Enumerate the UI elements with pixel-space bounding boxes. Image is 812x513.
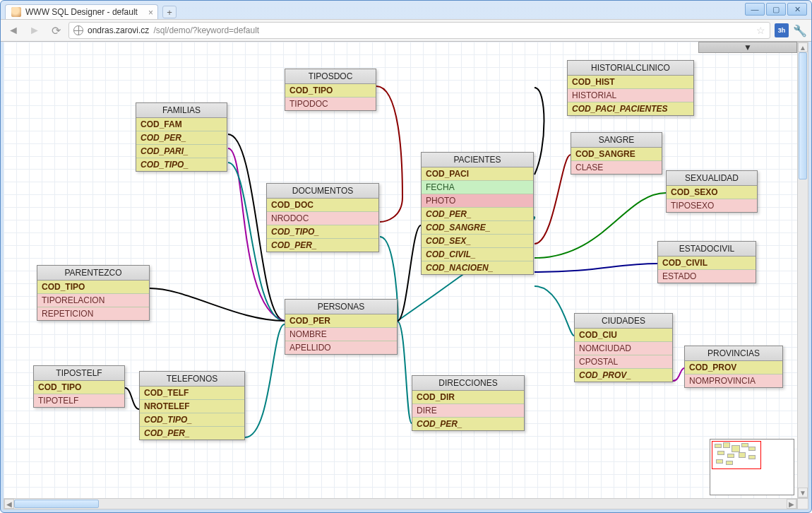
table-title[interactable]: ESTADOCIVIL [658,242,756,256]
table-title[interactable]: TIPOSTELF [34,366,124,381]
table-title[interactable]: PARENTEZCO [37,266,149,281]
table-column[interactable]: COD_TIPO [37,281,149,294]
table-column[interactable]: COD_PER_ [136,131,227,145]
reload-button[interactable]: ⟳ [47,22,64,39]
table-column[interactable]: COD_PER_ [412,418,524,430]
table-column[interactable]: COD_PACI [422,167,533,181]
table-column[interactable]: COD_NACIOEN_ [422,261,533,274]
wrench-menu-icon[interactable]: 🔧 [793,24,807,37]
table-column[interactable]: COD_FAM [136,118,227,131]
table-column[interactable]: PHOTO [422,194,533,208]
table-column[interactable]: TIPOTELF [34,394,124,407]
vertical-scrollbar[interactable]: ▲ ▼ [797,42,808,498]
table-column[interactable]: CLASE [571,161,662,174]
table-tiposdoc[interactable]: TIPOSDOCCOD_TIPOTIPODOC [285,69,376,111]
table-column[interactable]: COD_SEXO [667,186,757,199]
table-column[interactable]: COD_PACI_PACIENTES [568,102,693,115]
table-telefonos[interactable]: TELEFONOSCOD_TELFNROTELEFCOD_TIPO_COD_PE… [139,371,245,440]
maximize-button[interactable]: ▢ [766,3,786,16]
table-column[interactable]: COD_SEX_ [422,235,533,248]
tab-close-icon[interactable]: × [148,8,153,18]
table-column[interactable]: COD_TIPO_ [140,413,244,427]
table-column[interactable]: COD_PROV_ [575,369,672,382]
table-column[interactable]: COD_SANGRE [571,148,662,161]
table-column[interactable]: NOMCIUDAD [575,342,672,355]
table-column[interactable]: COD_TELF [140,387,244,400]
minimap[interactable] [710,439,794,495]
table-column[interactable]: COD_CIVIL_ [422,248,533,261]
table-title[interactable]: SANGRE [571,133,662,148]
forward-button[interactable]: ► [26,22,43,39]
table-column[interactable]: COD_PARI_ [136,145,227,158]
scroll-thumb[interactable] [14,500,99,508]
designer-canvas[interactable]: ▼ TIPOSDOCCOD_TIPOTIPODOCFAMILIASCOD_FAM… [4,42,797,498]
scroll-left-arrow[interactable]: ◀ [4,499,14,509]
table-documentos[interactable]: DOCUMENTOSCOD_DOCNRODOCCOD_TIPO_COD_PER_ [266,183,379,252]
scroll-up-arrow[interactable]: ▲ [798,42,808,52]
table-sexualidad[interactable]: SEXUALIDADCOD_SEXOTIPOSEXO [666,170,758,213]
table-column[interactable]: COD_HIST [568,76,693,89]
table-title[interactable]: PACIENTES [422,153,533,167]
table-column[interactable]: COD_PER_ [140,427,244,440]
table-column[interactable]: COD_TIPO_ [136,158,227,171]
table-tipostelf[interactable]: TIPOSTELFCOD_TIPOTIPOTELF [33,365,125,408]
table-ciudades[interactable]: CIUDADESCOD_CIUNOMCIUDADCPOSTALCOD_PROV_ [574,313,673,382]
address-bar[interactable]: ondras.zarovi.cz/sql/demo/?keyword=defau… [68,22,770,39]
table-column[interactable]: COD_DIR [412,391,524,404]
horizontal-scrollbar[interactable]: ◀ ▶ [4,498,797,509]
bookmark-star-icon[interactable]: ☆ [756,25,765,36]
scroll-thumb[interactable] [799,52,807,179]
scroll-down-arrow[interactable]: ▼ [798,488,808,497]
table-title[interactable]: DOCUMENTOS [267,184,378,199]
new-tab-button[interactable]: + [162,6,177,18]
table-provincias[interactable]: PROVINCIASCOD_PROVNOMPROVINCIA [684,346,783,388]
table-column[interactable]: NOMBRE [285,328,397,341]
table-column[interactable]: ESTADO [658,270,756,283]
table-direcciones[interactable]: DIRECCIONESCOD_DIRDIRECOD_PER_ [412,375,525,431]
table-title[interactable]: TIPOSDOC [285,69,376,84]
table-column[interactable]: HISTORIAL [568,89,693,102]
table-column[interactable]: APELLIDO [285,341,397,354]
extension-badge[interactable]: 3h [775,23,789,37]
minimize-button[interactable]: — [745,3,765,16]
table-column[interactable]: COD_PROV [685,361,782,375]
table-parentezco[interactable]: PARENTEZCOCOD_TIPOTIPORELACIONREPETICION [37,265,150,321]
close-button[interactable]: ✕ [787,3,807,16]
table-column[interactable]: COD_CIVIL [658,256,756,270]
table-column[interactable]: COD_TIPO [285,84,376,98]
table-column[interactable]: CPOSTAL [575,355,672,369]
table-estadocivil[interactable]: ESTADOCIVILCOD_CIVILESTADO [657,241,756,283]
back-button[interactable]: ◄ [5,22,22,39]
table-title[interactable]: HISTORIALCLINICO [568,61,693,76]
table-column[interactable]: COD_PER_ [422,208,533,221]
table-title[interactable]: PERSONAS [285,300,397,314]
table-column[interactable]: NOMPROVINCIA [685,375,782,387]
table-column[interactable]: NROTELEF [140,400,244,413]
table-title[interactable]: CIUDADES [575,314,672,329]
table-column[interactable]: COD_SANGRE_ [422,221,533,235]
table-column[interactable]: COD_TIPO_ [267,225,378,239]
table-sangre[interactable]: SANGRECOD_SANGRECLASE [571,132,662,175]
toolbar-pull-tab[interactable]: ▼ [698,42,797,53]
table-column[interactable]: TIPOSEXO [667,199,757,212]
table-column[interactable]: REPETICION [37,307,149,320]
table-column[interactable]: COD_CIU [575,329,672,342]
table-column[interactable]: DIRE [412,404,524,418]
table-title[interactable]: PROVINCIAS [685,346,782,361]
table-pacientes[interactable]: PACIENTESCOD_PACIFECHAPHOTOCOD_PER_COD_S… [421,152,534,275]
table-title[interactable]: DIRECCIONES [412,376,524,391]
table-column[interactable]: COD_PER_ [267,239,378,252]
browser-tab[interactable]: WWW SQL Designer - default × [5,4,158,19]
table-column[interactable]: COD_DOC [267,199,378,212]
table-personas[interactable]: PERSONASCOD_PERNOMBREAPELLIDO [285,299,398,355]
table-column[interactable]: COD_TIPO [34,381,124,394]
table-column[interactable]: NRODOC [267,212,378,225]
table-column[interactable]: TIPORELACION [37,294,149,307]
table-title[interactable]: FAMILIAS [136,103,227,118]
table-title[interactable]: TELEFONOS [140,372,244,387]
table-title[interactable]: SEXUALIDAD [667,171,757,186]
table-column[interactable]: TIPODOC [285,98,376,110]
table-historial[interactable]: HISTORIALCLINICOCOD_HISTHISTORIALCOD_PAC… [567,60,694,116]
table-familias[interactable]: FAMILIASCOD_FAMCOD_PER_COD_PARI_COD_TIPO… [136,102,227,172]
scroll-right-arrow[interactable]: ▶ [787,499,796,509]
